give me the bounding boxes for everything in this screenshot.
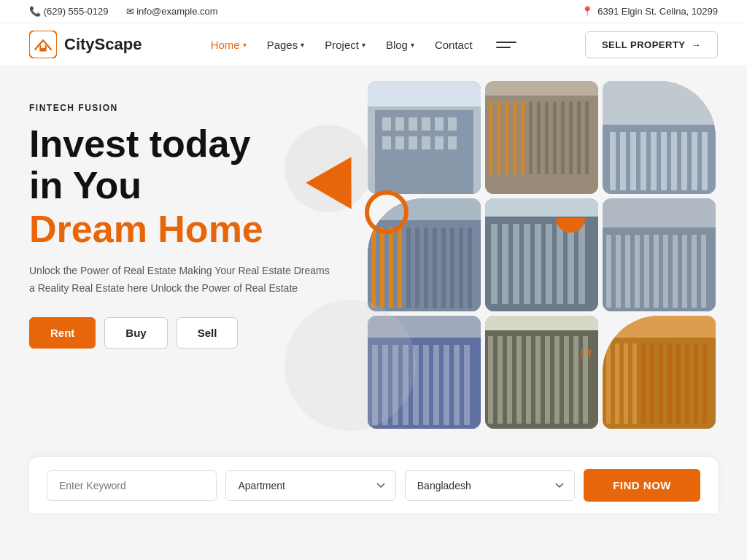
svg-rect-52 [415,228,419,308]
svg-rect-100 [507,336,512,424]
main-nav: Home ▾ Pages ▾ Project ▾ Blog ▾ Contact [211,39,516,51]
svg-rect-16 [448,136,457,149]
svg-rect-98 [488,336,493,424]
svg-rect-123 [694,343,698,424]
building-svg-3 [603,81,716,194]
svg-rect-37 [630,132,636,190]
deco-circle-outline [365,190,409,234]
svg-rect-115 [624,343,628,424]
property-type-select[interactable]: Apartment House Villa [225,470,395,501]
logo-text: CityScape [64,35,142,54]
svg-rect-0 [29,31,57,58]
svg-rect-104 [545,336,550,424]
building-svg-1 [368,81,481,194]
svg-rect-102 [526,336,531,424]
nav-item-project[interactable]: Project ▾ [325,39,365,51]
nav-label-home: Home [211,39,240,51]
hero-tabs: Rent Buy Sell [29,317,379,349]
search-bar: Apartment House Villa Bangladesh USA UK … [29,457,718,513]
svg-rect-99 [498,336,503,424]
svg-rect-36 [620,132,626,190]
svg-rect-83 [701,235,706,308]
svg-rect-21 [497,101,500,174]
nav-item-pages[interactable]: Pages ▾ [267,39,305,51]
svg-rect-76 [635,235,640,308]
svg-rect-78 [654,235,659,308]
location-icon: 📍 [581,6,593,17]
building-svg-2 [485,81,598,194]
arrow-right-icon: → [692,39,702,50]
nav-item-contact[interactable]: Contact [435,39,473,51]
building-svg-9 [603,316,716,429]
nav-label-contact: Contact [435,39,473,51]
svg-rect-49 [389,228,393,308]
location-select[interactable]: Bangladesh USA UK [405,470,575,501]
svg-rect-80 [673,235,678,308]
svg-rect-66 [546,224,552,304]
email-info: ✉ info@example.com [126,6,218,17]
tab-sell[interactable]: Sell [177,317,239,349]
address-text: 6391 Elgin St. Celina, 10299 [597,6,718,17]
svg-rect-28 [553,101,557,174]
svg-rect-23 [513,101,516,174]
svg-rect-24 [521,101,525,174]
svg-rect-74 [616,235,621,308]
svg-rect-6 [395,117,404,131]
svg-rect-58 [468,228,472,308]
svg-rect-40 [661,132,667,190]
hamburger-menu[interactable] [496,42,516,48]
svg-rect-54 [433,228,437,308]
svg-rect-113 [606,343,611,424]
svg-rect-73 [606,235,611,308]
svg-rect-62 [502,224,508,304]
nav-item-home[interactable]: Home ▾ [211,39,247,51]
svg-rect-65 [535,224,541,304]
svg-rect-116 [632,343,637,424]
svg-rect-38 [640,132,646,190]
svg-rect-11 [382,136,391,149]
phone-info: 📞 (629) 555-0129 [29,6,109,17]
svg-rect-7 [409,117,417,131]
svg-rect-67 [557,224,563,304]
nav-label-blog: Blog [386,39,408,51]
hero-title-line1: Invest today [29,122,250,165]
svg-rect-106 [564,336,569,424]
svg-rect-109 [485,316,598,330]
chevron-down-icon: ▾ [362,41,365,49]
building-image-grid [368,81,725,431]
find-now-button[interactable]: FIND NOW [584,469,700,502]
nav-item-blog[interactable]: Blog ▾ [386,39,414,51]
svg-rect-93 [444,345,449,425]
svg-rect-17 [368,81,481,106]
svg-rect-22 [505,101,508,174]
tab-buy[interactable]: Buy [104,317,167,349]
hero-title-line2: in You [29,164,142,206]
svg-rect-29 [561,101,565,174]
hero-image-grid: " [379,88,718,446]
svg-rect-8 [422,117,430,131]
sell-property-button[interactable]: SELL PROPERTY → [585,31,718,58]
svg-rect-5 [382,117,391,131]
svg-rect-48 [380,228,384,308]
logo[interactable]: CityScape [29,31,142,58]
tab-rent[interactable]: Rent [29,317,96,349]
hero-tag: FINTECH FUSION [29,103,379,113]
svg-rect-55 [441,228,446,308]
svg-rect-25 [529,101,533,174]
svg-rect-56 [450,228,454,308]
svg-rect-31 [577,101,581,174]
svg-rect-69 [578,224,585,304]
svg-rect-51 [406,228,411,308]
svg-rect-9 [435,117,444,131]
svg-rect-82 [692,235,697,308]
header: CityScape Home ▾ Pages ▾ Project ▾ Blog … [0,23,747,66]
phone-icon: 📞 [29,6,41,17]
svg-rect-35 [610,132,616,190]
svg-rect-13 [409,136,417,149]
topbar-right: 📍 6391 Elgin St. Celina, 10299 [581,6,718,17]
email-address: info@example.com [136,6,217,17]
hero-content: FINTECH FUSION Invest today in You Dream… [29,88,379,446]
search-keyword-input[interactable] [47,470,217,501]
svg-rect-26 [537,101,541,174]
nav-label-pages: Pages [267,39,298,51]
